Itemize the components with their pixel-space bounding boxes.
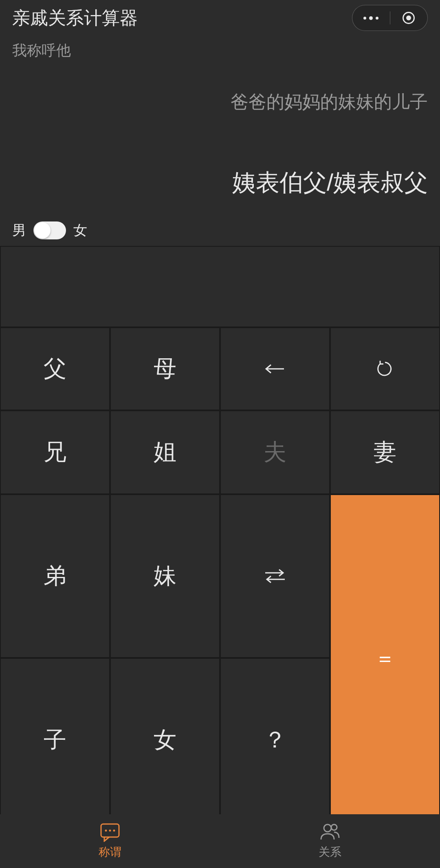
key-younger-brother[interactable]: 弟 [1, 495, 109, 657]
key-equals[interactable]: ＝ [331, 495, 439, 822]
arrow-left-icon [263, 363, 287, 375]
key-elder-brother[interactable]: 兄 [1, 411, 109, 493]
more-icon [363, 16, 378, 20]
key-younger-sister[interactable]: 妹 [111, 495, 219, 657]
key-question[interactable]: ？ [221, 659, 329, 822]
key-husband[interactable]: 夫 [221, 411, 329, 493]
capsule-close-button[interactable] [390, 5, 428, 31]
input-chain: 爸爸的妈妈的妹妹的儿子 [12, 90, 428, 114]
svg-point-8 [331, 824, 337, 830]
svg-point-7 [324, 824, 331, 832]
swap-icon [262, 568, 288, 584]
key-swap[interactable] [221, 495, 329, 657]
tab-title-label: 称谓 [99, 844, 121, 860]
tab-relation-label: 关系 [319, 844, 341, 860]
svg-point-6 [113, 830, 115, 832]
result-text: 姨表伯父/姨表叔父 [12, 167, 428, 199]
tab-relation[interactable]: 关系 [220, 814, 440, 868]
tab-bar: 称谓 关系 [0, 814, 440, 868]
key-reset[interactable] [331, 328, 439, 410]
capsule-menu-button[interactable] [352, 5, 390, 31]
people-icon [319, 822, 341, 842]
key-elder-sister[interactable]: 姐 [111, 411, 219, 493]
app-title: 亲戚关系计算器 [12, 6, 138, 30]
tab-title[interactable]: 称谓 [0, 814, 220, 868]
app-header: 亲戚关系计算器 [0, 0, 440, 36]
reset-icon [376, 360, 394, 378]
switch-knob [34, 222, 51, 239]
svg-point-4 [105, 830, 107, 832]
keypad: 父 母 兄 姐 夫 妻 弟 妹 ＝ 子 女 ？ [0, 246, 440, 814]
gender-female-label: 女 [73, 221, 87, 240]
target-icon [403, 12, 415, 24]
gender-male-label: 男 [12, 221, 26, 240]
subtitle-label: 我称呼他 [0, 36, 440, 61]
key-mother[interactable]: 母 [111, 328, 219, 410]
key-backspace[interactable] [221, 328, 329, 410]
mini-program-capsule [352, 5, 428, 31]
svg-point-5 [109, 830, 111, 832]
key-father[interactable]: 父 [1, 328, 109, 410]
key-son[interactable]: 子 [1, 659, 109, 822]
display-area: 爸爸的妈妈的妹妹的儿子 姨表伯父/姨表叔父 [0, 90, 440, 199]
keypad-spacer [1, 247, 439, 327]
gender-switch[interactable] [33, 221, 66, 239]
gender-toggle-row: 男 女 [0, 215, 440, 246]
key-daughter[interactable]: 女 [111, 659, 219, 822]
speech-bubble-icon [99, 822, 121, 842]
key-wife[interactable]: 妻 [331, 411, 439, 493]
